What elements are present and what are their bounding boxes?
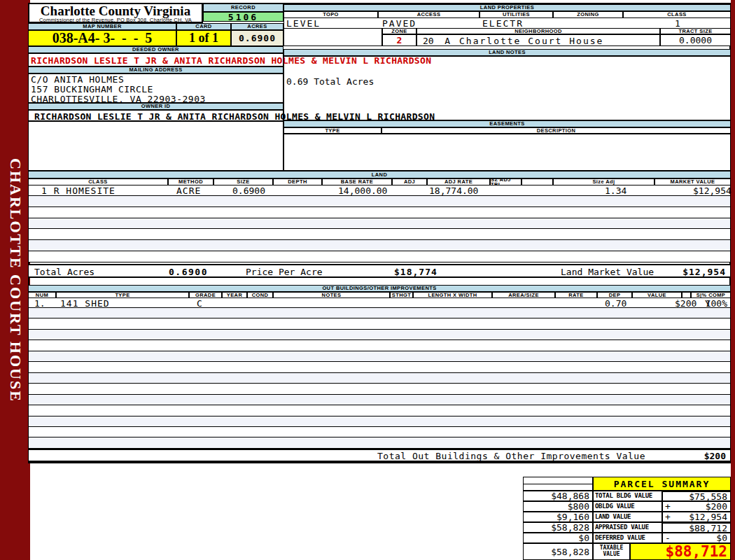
- ob-dep-header: DEP: [597, 292, 632, 298]
- land-properties-column-headers: TOPO ACCESS UTILITIES ZONING CLASS: [284, 11, 731, 18]
- tract-size-label: TRACT SIZE: [660, 28, 731, 34]
- owner-empty-box: [28, 121, 284, 171]
- access-value: PAVED: [382, 18, 416, 29]
- county-title: Charlotte County Virginia: [29, 4, 202, 18]
- land-empty-rows: [28, 196, 731, 262]
- empty-table-row: [29, 340, 730, 351]
- land-properties-title: LAND PROPERTIES: [284, 4, 731, 11]
- out-buildings-empty-rows: [28, 308, 731, 449]
- county-subtitle: Commissioner of the Revenue, PO Box 308,…: [29, 18, 202, 23]
- zoning-column-header: ZONING: [553, 11, 623, 18]
- mailing-address-box: C/O ANITA HOLMES 157 BUCKINGHAM CIRCLE C…: [28, 74, 284, 103]
- easement-type-header: TYPE: [284, 127, 382, 134]
- prior-appraised-value: $58,828: [523, 522, 593, 533]
- land-adj-header: ADJ: [392, 178, 427, 186]
- empty-table-row: [29, 218, 730, 230]
- price-per-acre-value: $18,774: [394, 267, 438, 277]
- total-bldg-value: $75,558: [689, 491, 727, 502]
- prior-total-bldg-value: $48,868: [523, 491, 593, 501]
- appraised-value: $88,712: [689, 523, 727, 533]
- obldg-value-cell: + $200: [662, 501, 731, 512]
- owner-id-row: RICHARDSON LESLIE T JR & ANITA RICHARDSO…: [28, 110, 284, 121]
- zone-value: 2: [382, 34, 416, 46]
- deferred-value-label: DEFERRED VALUE: [593, 533, 662, 543]
- county-header-box: Charlotte County Virginia Commissioner o…: [28, 3, 203, 23]
- land-class-header: CLASS: [28, 178, 168, 186]
- owner-id-label: OWNER ID: [28, 103, 284, 110]
- empty-table-row: [29, 384, 730, 394]
- prior-land-value: $9,160: [523, 512, 593, 522]
- taxable-value: $88,712: [630, 543, 731, 560]
- empty-table-row: [29, 438, 730, 448]
- card-value: 1 of 1: [176, 30, 231, 46]
- land-row-base-rate: 14,000.00: [338, 186, 387, 196]
- land-sz-adj-tbl-header: SZ ADJ TBL: [490, 178, 522, 186]
- land-row-method: ACRE: [176, 186, 201, 196]
- deferred-value-cell: - $0: [662, 533, 731, 543]
- out-buildings-title: OUT BUILDINGS/OTHER IMPROVEMENTS: [28, 285, 731, 292]
- ob-sthgt-header: STHGT: [390, 292, 413, 298]
- land-value-op: +: [665, 512, 671, 522]
- neighborhood-box: 20 A Charlotte Court House: [416, 34, 660, 46]
- record-label: RECORD: [203, 4, 284, 12]
- empty-table-row: [29, 362, 730, 372]
- ob-num-header: NUM: [28, 292, 56, 298]
- land-depth-header: DEPTH: [273, 178, 322, 186]
- land-base-rate-header: BASE RATE: [322, 178, 392, 186]
- topo-blank-box: [284, 28, 382, 46]
- empty-table-row: [29, 251, 730, 262]
- land-market-value-label: Land Market Value: [561, 267, 654, 277]
- ob-pct-comp-header: S|% COMP: [691, 292, 731, 298]
- parcel-summary-table: PARCEL SUMMARY $48,868 TOTAL BLDG VALUE …: [523, 477, 731, 560]
- empty-table-row: [29, 330, 730, 340]
- deferred-op: -: [665, 533, 671, 543]
- land-column-headers: CLASS METHOD SIZE DEPTH BASE RATE ADJ AD…: [28, 178, 731, 186]
- right-maroon-strip: [731, 0, 735, 560]
- empty-table-row: [29, 427, 730, 438]
- land-value-cell: + $12,954: [662, 512, 731, 522]
- out-buildings-total-row: Total Out Buildings & Other Improvements…: [28, 449, 731, 462]
- land-table-row: 1 R HOMESITE ACRE 0.6900 14,000.00 18,77…: [28, 186, 731, 196]
- ob-row-dep: 0.70: [605, 298, 626, 309]
- out-buildings-total-label: Total Out Buildings & Other Improvements…: [377, 451, 645, 461]
- topo-column-header: TOPO: [284, 11, 378, 18]
- empty-table-row: [29, 240, 730, 251]
- empty-table-row: [29, 207, 730, 218]
- ob-year-header: YEAR: [222, 292, 247, 298]
- ob-row-value: $200: [675, 298, 696, 309]
- mailing-address-line2: 157 BUCKINGHAM CIRCLE: [29, 85, 283, 94]
- ob-row-type: 141 SHED: [60, 298, 110, 309]
- price-per-acre-label: Price Per Acre: [246, 267, 323, 277]
- empty-table-row: [29, 405, 730, 416]
- land-section-title: LAND: [28, 171, 731, 178]
- land-value-label: LAND VALUE: [593, 512, 662, 522]
- land-row-size-adj: 1.34: [605, 186, 626, 196]
- sidebar-banner: CHARLOTTE COURT HOUSE: [0, 0, 30, 560]
- land-row-market-value: $12,954: [693, 186, 732, 196]
- parcel-summary-title: PARCEL SUMMARY: [593, 477, 731, 491]
- land-method-header: METHOD: [168, 178, 214, 186]
- utilities-value: ELECTR: [482, 18, 524, 29]
- zone-code-value: 20 A: [423, 36, 450, 46]
- ob-value-header: VALUE: [632, 292, 682, 298]
- easements-column-headers: TYPE DESCRIPTION: [284, 127, 731, 134]
- ob-length-width-header: LENGTH X WIDTH: [413, 292, 492, 298]
- ob-row-pct-comp: 100%: [706, 298, 727, 309]
- ob-row-num: 1.: [34, 298, 46, 309]
- ob-area-size-header: AREA/SIZE: [492, 292, 555, 298]
- empty-table-row: [29, 196, 730, 207]
- ob-grade-header: GRADE: [189, 292, 222, 298]
- land-size-adj-header: Size Adj: [553, 178, 654, 186]
- deferred-value: $0: [716, 533, 727, 543]
- deeded-owner-label: DEEDED OWNER: [28, 46, 284, 53]
- obldg-value-label: OBLDG VALUE: [593, 501, 662, 512]
- class-value: 1: [624, 18, 732, 29]
- easement-description-header: DESCRIPTION: [382, 127, 731, 134]
- neighborhood-label: NEIGHBORHOOD: [416, 28, 660, 34]
- easements-box: [284, 134, 731, 171]
- total-acres-value: 0.6900: [169, 267, 208, 277]
- neighborhood-value: Charlotte Court House: [459, 36, 603, 46]
- land-value: $12,954: [689, 512, 727, 522]
- empty-table-row: [29, 395, 730, 405]
- empty-table-row: [29, 416, 730, 427]
